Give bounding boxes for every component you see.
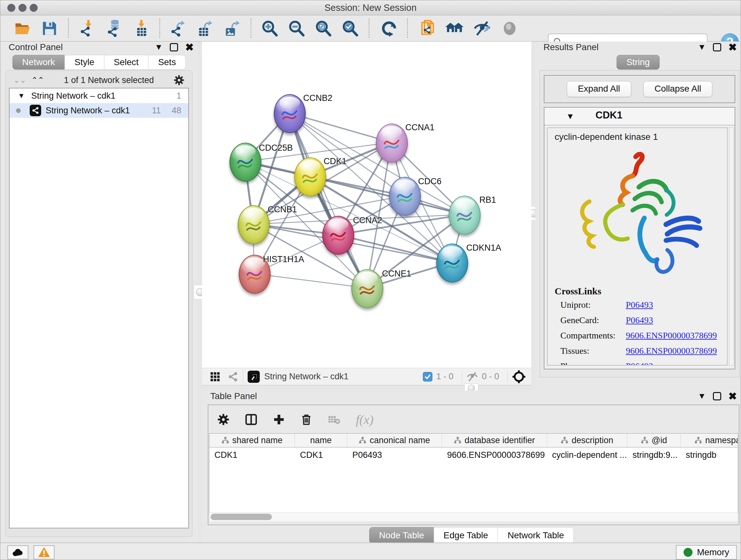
results-scrollbar[interactable] [729, 127, 734, 366]
crosslink-link[interactable]: P06493 [626, 300, 653, 310]
selected-nodes-checkbox[interactable] [423, 372, 432, 381]
network-collection-row[interactable]: ▼ String Network – cdk1 1 [10, 88, 188, 103]
panel-float-icon[interactable] [713, 392, 721, 400]
open-session-button[interactable] [13, 19, 32, 38]
panel-float-icon[interactable] [170, 43, 178, 51]
table-cell[interactable]: 9606.ENSP00000378699 [442, 448, 547, 462]
left-splitter[interactable] [198, 42, 202, 543]
panel-close-icon[interactable]: ✖ [728, 43, 737, 51]
network-node-CCNB2[interactable] [274, 94, 306, 133]
network-node-CCNA2[interactable] [322, 216, 354, 255]
column-header-shared-name[interactable]: shared name [209, 434, 295, 447]
network-options-gear-icon[interactable] [174, 75, 185, 85]
memory-button[interactable]: Memory [676, 545, 737, 560]
tab-edge-table[interactable]: Edge Table [434, 527, 498, 544]
crosslink-link[interactable]: 9606.ENSP00000378699 [626, 346, 717, 356]
detach-view-button[interactable] [248, 371, 260, 383]
import-network-file-button[interactable] [78, 19, 97, 38]
view-share-icon[interactable] [227, 371, 239, 382]
network-node-CDKN1A[interactable] [436, 244, 468, 283]
table-cell[interactable]: cyclin-dependent ... [547, 448, 627, 462]
table-hscrollbar-thumb[interactable] [211, 514, 272, 520]
zoom-selected-button[interactable] [340, 19, 360, 38]
bottom-splitter[interactable] [202, 385, 531, 390]
tab-sets[interactable]: Sets [148, 55, 186, 70]
apply-layout-button[interactable] [380, 19, 399, 38]
right-splitter[interactable] [531, 42, 535, 390]
show-columns-icon[interactable] [245, 413, 258, 426]
network-node-CDC25B[interactable] [229, 143, 261, 182]
export-network-button[interactable] [169, 19, 188, 38]
column-header-namespace[interactable]: namespace [681, 434, 738, 447]
hidden-eye-icon[interactable] [467, 371, 478, 382]
export-table-button[interactable] [196, 19, 215, 38]
import-network-database-button[interactable] [105, 19, 124, 38]
tab-style[interactable]: Style [64, 55, 104, 70]
save-session-button[interactable] [40, 19, 59, 38]
table-hscrollbar[interactable] [209, 512, 738, 522]
crosslink-link[interactable]: P06493 [626, 315, 653, 325]
column-header-database-identifier[interactable]: database identifier [442, 434, 547, 447]
clone-network-button[interactable] [417, 19, 436, 38]
show-eye-button[interactable] [500, 19, 519, 38]
network-node-CDK1[interactable] [294, 158, 326, 196]
home-string-button[interactable] [445, 19, 464, 38]
panel-close-icon[interactable]: ✖ [185, 43, 194, 51]
table-cell[interactable]: stringdb [681, 448, 738, 462]
table-options-gear-icon[interactable] [217, 414, 229, 426]
tab-select[interactable]: Select [104, 55, 149, 70]
crosslink-link[interactable]: P06493 [626, 361, 653, 366]
collapse-all-button[interactable]: Collapse All [643, 81, 712, 97]
panel-collapse-icon[interactable]: ▼ [697, 391, 706, 401]
panel-close-icon[interactable]: ✖ [728, 392, 737, 400]
zoom-in-button[interactable] [260, 19, 279, 38]
panel-collapse-icon[interactable]: ▼ [697, 42, 706, 52]
table-cell[interactable]: P06493 [347, 448, 442, 462]
panel-float-icon[interactable] [713, 43, 721, 51]
expand-all-icon[interactable]: ⌃⌃ [31, 76, 44, 84]
table-row[interactable]: CDK1CDK1P064939606.ENSP00000378699cyclin… [209, 448, 738, 462]
hide-unhide-button[interactable] [473, 19, 492, 38]
network-node-CCNA1[interactable] [376, 124, 408, 163]
import-network-icon [79, 19, 97, 37]
view-grid-icon[interactable] [210, 371, 220, 382]
network-row[interactable]: String Network – cdk1 11 48 [10, 103, 188, 118]
delete-table-icon[interactable] [328, 413, 340, 426]
column-header-description[interactable]: description [547, 434, 627, 447]
network-node-CCNB1[interactable] [238, 205, 270, 244]
tree-expand-icon[interactable]: ▼ [18, 91, 25, 100]
collapse-all-icon[interactable]: ⌄⌄ [13, 76, 26, 84]
network-node-RB1[interactable] [449, 196, 481, 235]
network-node-CDC6[interactable] [389, 177, 421, 216]
export-image-button[interactable] [222, 19, 242, 38]
tab-network-table[interactable]: Network Table [497, 527, 574, 544]
function-builder-button[interactable]: f(x) [356, 412, 374, 427]
crosslink-link[interactable]: 9606.ENSP00000378699 [626, 330, 717, 341]
zoom-out-button[interactable] [287, 19, 306, 38]
table-cell[interactable]: CDK1 [295, 448, 347, 462]
tab-network[interactable]: Network [12, 55, 65, 70]
import-table-file-button[interactable] [132, 19, 151, 38]
network-node-CCNE1[interactable] [351, 269, 383, 308]
column-header-canonical-name[interactable]: canonical name [347, 434, 442, 447]
tab-node-table[interactable]: Node Table [369, 527, 434, 544]
table-cell[interactable]: stringdb:9... [627, 448, 681, 462]
column-header-name[interactable]: name [295, 434, 347, 447]
expand-all-button[interactable]: Expand All [567, 81, 631, 97]
cloud-status-button[interactable] [7, 545, 28, 559]
network-canvas[interactable]: CCNB2CCNA1CDC25BCDK1CDC6RB1CCNB1CCNA2CDK… [202, 42, 531, 368]
tab-string[interactable]: String [616, 55, 660, 70]
add-column-icon[interactable] [273, 414, 285, 426]
delete-column-trash-icon[interactable] [300, 414, 313, 426]
panel-collapse-icon[interactable]: ▼ [154, 42, 163, 52]
gene-panel-header[interactable]: ▼ CDK1 [544, 108, 735, 125]
gene-panel-content: cyclin-dependent kinase 1 [547, 127, 728, 366]
birdseye-crosshair-icon[interactable] [512, 370, 526, 383]
column-header-@id[interactable]: @id [627, 434, 681, 447]
control-panel-header: Control Panel ▼ ✖ [0, 42, 198, 54]
gene-collapse-icon[interactable]: ▼ [566, 111, 575, 121]
zoom-fit-button[interactable] [314, 19, 333, 38]
toolbar-separator [368, 18, 369, 38]
table-cell[interactable]: CDK1 [209, 448, 295, 462]
warnings-button[interactable] [33, 545, 55, 559]
